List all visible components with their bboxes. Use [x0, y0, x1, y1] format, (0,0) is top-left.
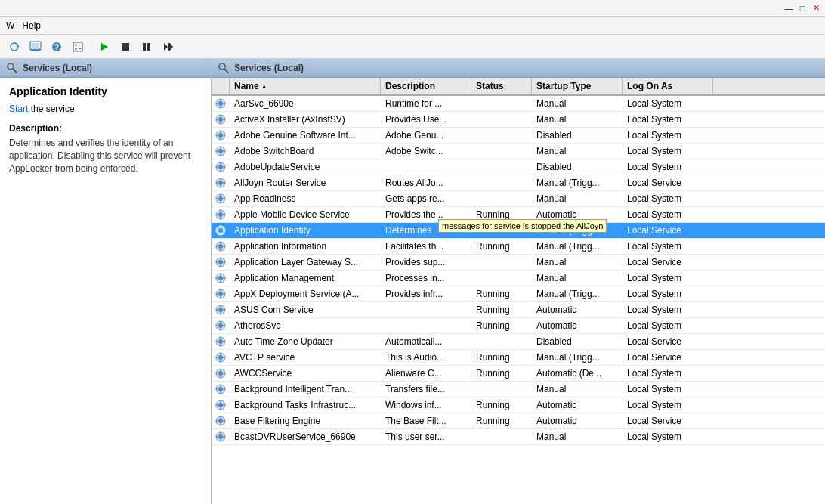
resume-button[interactable] — [158, 37, 178, 57]
table-row[interactable]: Auto Time Zone UpdaterAutomaticall...Dis… — [212, 334, 825, 350]
table-row[interactable]: Application ManagementProcesses in...Man… — [212, 271, 825, 286]
svg-line-20 — [13, 69, 17, 73]
service-description: Provides infr... — [381, 286, 471, 301]
th-name[interactable]: Name ▲ — [230, 78, 381, 94]
svg-rect-15 — [147, 43, 150, 51]
service-status — [471, 334, 532, 349]
service-icon — [212, 413, 230, 428]
play-button[interactable] — [94, 37, 114, 57]
toolbar-separator-1 — [91, 39, 91, 54]
service-description: Transfers file... — [381, 382, 471, 397]
th-log-on-as[interactable]: Log On As — [623, 78, 713, 94]
service-status — [471, 144, 532, 159]
table-row[interactable]: Base Filtering EngineThe Base Filt...Run… — [212, 413, 825, 429]
service-name: AppX Deployment Service (A... — [230, 286, 381, 301]
table-row[interactable]: Application Layer Gateway S...Provides s… — [212, 255, 825, 271]
svg-point-120 — [218, 355, 223, 360]
th-status[interactable]: Status — [471, 78, 532, 94]
resume-icon — [162, 42, 173, 52]
start-service-link[interactable]: Start — [9, 104, 28, 114]
svg-point-30 — [218, 117, 223, 122]
pause-icon — [141, 42, 152, 52]
th-description[interactable]: Description — [381, 78, 471, 94]
service-name: Adobe Genuine Software Int... — [230, 128, 381, 143]
table-row[interactable]: Application InformationFacilitates th...… — [212, 239, 825, 255]
th-icon[interactable] — [212, 78, 230, 94]
service-icon — [212, 128, 230, 143]
table-row[interactable]: Apple Mobile Device ServiceProvides the.… — [212, 207, 825, 223]
service-startup-type: Disabled — [532, 159, 623, 175]
service-logon-as: Local System — [623, 382, 713, 397]
menu-w[interactable]: W — [3, 20, 17, 32]
service-logon-as: Local System — [623, 239, 713, 254]
table-row[interactable]: Adobe SwitchBoardAdobe Switc...ManualLoc… — [212, 144, 825, 159]
table-row[interactable]: Adobe Genuine Software Int...Adobe Genu.… — [212, 128, 825, 144]
table-row[interactable]: AllJoyn Router ServiceRoutes AllJo...Man… — [212, 175, 825, 191]
service-status — [471, 128, 532, 143]
maximize-button[interactable]: □ — [796, 2, 808, 14]
svg-point-90 — [218, 276, 223, 280]
service-icon — [212, 382, 230, 397]
export-button[interactable] — [26, 37, 45, 57]
table-row[interactable]: AdobeUpdateServiceDisabledLocal System — [212, 159, 825, 175]
service-logon-as: Local Service — [623, 413, 713, 428]
pause-button[interactable] — [137, 37, 156, 57]
service-name: Application Information — [230, 239, 381, 254]
service-status: Running — [471, 239, 532, 254]
table-row[interactable]: Background Tasks Infrastruc...Windows in… — [212, 397, 825, 413]
main-container: Services (Local) Application Identity St… — [0, 59, 825, 504]
table-row[interactable]: AarSvc_6690eRuntime for ...ManualLocal S… — [212, 96, 825, 112]
close-button[interactable]: ✕ — [810, 2, 822, 14]
table-row[interactable]: App ReadinessGets apps re...ManualLocal … — [212, 191, 825, 207]
table-row[interactable]: AVCTP serviceThis is Audio...RunningManu… — [212, 350, 825, 366]
export-icon — [29, 41, 42, 53]
service-name: Application Layer Gateway S... — [230, 255, 381, 270]
properties-icon — [72, 41, 84, 53]
service-description: Alienware C... — [381, 366, 471, 381]
service-title: Application Identity — [9, 85, 202, 97]
table-row[interactable]: Background Intelligent Tran...Transfers … — [212, 382, 825, 397]
service-description: The Base Filt... — [381, 413, 471, 428]
table-row[interactable]: AWCCServiceAlienware C...RunningAutomati… — [212, 366, 825, 382]
refresh-icon — [8, 41, 20, 53]
service-description: Windows inf... — [381, 397, 471, 413]
svg-rect-4 — [32, 43, 39, 49]
service-logon-as: Local System — [623, 397, 713, 413]
service-name: Base Filtering Engine — [230, 413, 381, 428]
service-startup-type: Manual (Trigg... — [532, 286, 623, 301]
menu-help[interactable]: Help — [19, 20, 44, 32]
service-name: Background Tasks Infrastruc... — [230, 397, 381, 413]
service-status: Running — [471, 413, 532, 428]
service-icon — [212, 397, 230, 413]
service-icon — [212, 286, 230, 301]
minimize-button[interactable]: — — [783, 2, 795, 14]
service-logon-as: Local Service — [623, 255, 713, 270]
th-startup-type[interactable]: Startup Type — [532, 78, 623, 94]
service-name: AWCCService — [230, 366, 381, 381]
service-name: AllJoyn Router Service — [230, 175, 381, 190]
svg-point-144 — [218, 419, 223, 423]
svg-point-60 — [218, 196, 223, 201]
refresh-button[interactable] — [5, 37, 24, 57]
svg-rect-17 — [168, 43, 170, 51]
table-row[interactable]: AppX Deployment Service (A...Provides in… — [212, 286, 825, 302]
service-logon-as: Local System — [623, 366, 713, 381]
service-startup-type: Disabled — [532, 334, 623, 349]
service-logon-as: Local Service — [623, 334, 713, 349]
properties-button[interactable] — [68, 37, 88, 57]
service-name: Application Identity — [230, 223, 381, 238]
table-row[interactable]: AtherosSvcRunningAutomaticLocal System — [212, 318, 825, 334]
services-table-container[interactable]: Name ▲ Description Status Startup Type L… — [212, 78, 825, 504]
service-startup-type: Automatic — [532, 302, 623, 317]
service-logon-as: Local System — [623, 286, 713, 301]
service-startup-type: Automatic — [532, 413, 623, 428]
stop-button[interactable] — [116, 37, 135, 57]
service-name: ASUS Com Service — [230, 302, 381, 317]
service-description: Routes AllJo... — [381, 175, 471, 190]
table-row[interactable]: Application IdentityDetermines ...Manual… — [212, 223, 825, 239]
table-row[interactable]: ActiveX Installer (AxInstSV)Provides Use… — [212, 112, 825, 128]
help-button[interactable]: ? — [47, 37, 66, 57]
table-row[interactable]: ASUS Com ServiceRunningAutomaticLocal Sy… — [212, 302, 825, 318]
service-name: AVCTP service — [230, 350, 381, 365]
table-row[interactable]: BcastDVRUserService_6690eThis user ser..… — [212, 429, 825, 445]
